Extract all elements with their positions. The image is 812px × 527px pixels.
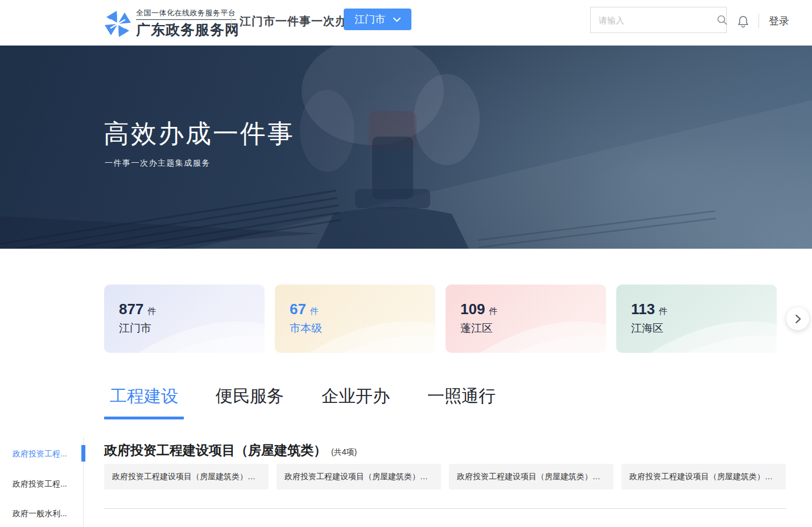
service-item-completion[interactable]: 政府投资工程建设项目（房屋建筑类）竣工... — [621, 464, 786, 489]
section-title: 政府投资工程建设项目（房屋建筑类） — [104, 442, 327, 459]
platform-tagline: 全国一体化在线政务服务平台 — [136, 8, 236, 20]
wave-decoration — [446, 285, 606, 353]
sidebar-item-gov-investment-2[interactable]: 政府投资工程... — [13, 479, 81, 489]
sidebar-active-indicator — [81, 445, 85, 462]
stat-count: 113 件 — [631, 300, 667, 318]
stat-label: 市本级 — [290, 321, 322, 336]
wave-decoration — [275, 285, 435, 353]
page: 全国一体化在线政务服务平台 广东政务服务网 江门市一件事一次办 江门市 — [0, 0, 812, 527]
wave-decoration — [616, 285, 777, 353]
stat-label: 江海区 — [631, 321, 663, 336]
stat-label: 江门市 — [119, 321, 151, 336]
region-select-button[interactable]: 江门市 — [344, 9, 411, 30]
section-bottom-divider — [104, 508, 786, 509]
tab-convenience-services[interactable]: 便民服务 — [210, 385, 290, 419]
hero-title: 高效办成一件事 — [104, 117, 295, 151]
wave-decoration — [104, 285, 265, 353]
tab-one-license-pass[interactable]: 一照通行 — [422, 385, 501, 419]
logo-text: 全国一体化在线政务服务平台 广东政务服务网 — [136, 8, 240, 39]
stat-count: 877 件 — [119, 300, 156, 318]
site-logo[interactable]: 全国一体化在线政务服务平台 广东政务服务网 — [104, 8, 240, 39]
hero-subtitle: 一件事一次办主题集成服务 — [105, 158, 211, 168]
stat-count: 67 件 — [290, 300, 319, 318]
stat-count: 109 件 — [460, 300, 497, 318]
header: 全国一体化在线政务服务平台 广东政务服务网 江门市一件事一次办 江门市 — [0, 0, 812, 46]
header-divider-2 — [759, 14, 759, 28]
stat-card-pengjiang[interactable]: 109 件 蓬江区 — [446, 285, 606, 353]
tab-business-opening[interactable]: 企业开办 — [316, 385, 395, 419]
section-header: 政府投资工程建设项目（房屋建筑类） (共4项) — [104, 442, 357, 459]
pinwheel-logo-icon — [104, 9, 132, 39]
notification-bell-icon[interactable] — [737, 15, 749, 30]
page-title: 江门市一件事一次办 — [240, 14, 347, 29]
login-link[interactable]: 登录 — [769, 14, 789, 28]
chevron-right-icon — [795, 314, 801, 324]
stat-card-city-level[interactable]: 67 件 市本级 — [275, 285, 435, 353]
category-tabs: 工程建设 便民服务 企业开办 一照通行 — [104, 385, 527, 419]
service-item-approval[interactable]: 政府投资工程建设项目（房屋建筑类）立项... — [104, 464, 269, 489]
sidebar-item-gov-investment-housing[interactable]: 政府投资工程... — [13, 449, 81, 459]
chevron-down-icon — [393, 17, 401, 22]
site-name: 广东政务服务网 — [136, 20, 240, 39]
search-icon — [716, 14, 728, 26]
header-divider — [231, 15, 232, 32]
tab-engineering-construction[interactable]: 工程建设 — [104, 385, 184, 419]
section-item-count: (共4项) — [331, 447, 357, 458]
stat-label: 蓬江区 — [460, 321, 493, 336]
service-item-construction[interactable]: 政府投资工程建设项目（房屋建筑类）施工... — [449, 464, 613, 489]
hero-banner: 高效办成一件事 一件事一次办主题集成服务 — [0, 46, 812, 249]
region-label: 江门市 — [355, 13, 385, 26]
sidebar-item-gov-water-conservancy[interactable]: 政府一般水利... — [13, 509, 81, 519]
service-item-engineering[interactable]: 政府投资工程建设项目（房屋建筑类）工程... — [277, 464, 441, 489]
stat-card-jiangmen[interactable]: 877 件 江门市 — [104, 285, 265, 353]
stat-card-jianghai[interactable]: 113 件 江海区 — [616, 285, 777, 353]
carousel-next-button[interactable] — [786, 307, 809, 330]
search-button[interactable] — [716, 7, 728, 32]
search-input[interactable] — [591, 15, 716, 25]
search-box — [590, 7, 727, 33]
